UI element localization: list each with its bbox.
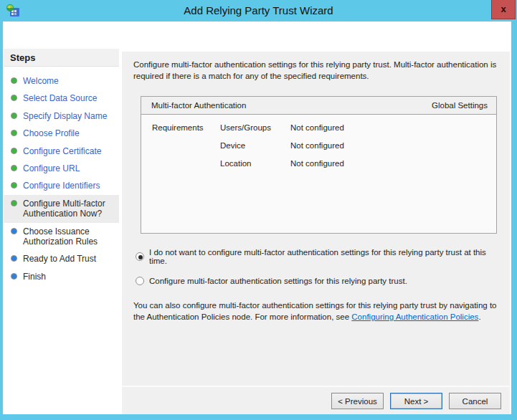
note-text: You can also configure multi-factor auth… — [133, 300, 500, 323]
row-group-label — [152, 141, 220, 150]
step-specify-display-name[interactable]: Specify Display Name — [4, 108, 119, 125]
steps-sidebar: Steps Welcome Select Data Source Specify… — [4, 49, 119, 414]
row-value: Not configured — [290, 141, 496, 150]
table-row: Location Not configured — [141, 159, 496, 168]
titlebar: Add Relying Party Trust Wizard x — [0, 0, 517, 22]
step-configure-url[interactable]: Configure URL — [4, 160, 119, 177]
step-configure-certificate[interactable]: Configure Certificate — [4, 143, 119, 160]
step-status-icon — [11, 200, 17, 206]
row-group-label — [152, 159, 220, 168]
wizard-window: Add Relying Party Trust Wizard x Steps W… — [0, 0, 517, 420]
table-row: Device Not configured — [141, 141, 496, 150]
step-status-icon — [11, 77, 17, 84]
step-configure-mfa-now[interactable]: Configure Multi-factor Authentication No… — [4, 195, 119, 223]
table-header-right: Global Settings — [432, 97, 488, 114]
table-row: Requirements Users/Groups Not configured — [141, 123, 496, 132]
radio-configure-mfa[interactable]: Configure multi-factor authentication se… — [136, 277, 503, 285]
cancel-button[interactable]: Cancel — [449, 393, 501, 409]
close-button[interactable]: x — [491, 0, 516, 19]
note-after-link: . — [478, 312, 480, 321]
step-ready-to-add-trust[interactable]: Ready to Add Trust — [4, 250, 119, 267]
step-status-icon — [11, 148, 17, 154]
row-name: Device — [220, 141, 290, 150]
step-status-icon — [11, 228, 17, 234]
step-status-icon — [11, 130, 17, 136]
row-name: Location — [220, 159, 290, 168]
wizard-step-panel: Configure multi-factor authentication se… — [122, 52, 510, 414]
step-status-icon — [11, 165, 17, 171]
step-choose-issuance-rules[interactable]: Choose Issuance Authorization Rules — [4, 223, 119, 251]
step-status-icon — [11, 95, 17, 101]
step-status-icon — [11, 182, 17, 188]
step-choose-profile[interactable]: Choose Profile — [4, 125, 119, 142]
steps-list: Welcome Select Data Source Specify Displ… — [4, 72, 119, 285]
step-select-data-source[interactable]: Select Data Source — [4, 90, 119, 107]
configuring-auth-policies-link[interactable]: Configuring Authentication Policies — [351, 312, 478, 321]
step-configure-identifiers[interactable]: Configure Identifiers — [4, 177, 119, 194]
row-value: Not configured — [290, 123, 496, 132]
radio-button-icon[interactable] — [136, 277, 144, 285]
radio-button-icon[interactable] — [136, 252, 144, 261]
step-welcome[interactable]: Welcome — [4, 72, 119, 90]
step-status-icon — [11, 113, 17, 119]
radio-skip-mfa[interactable]: I do not want to configure multi-factor … — [136, 248, 503, 265]
steps-header: Steps — [4, 49, 119, 67]
app-icon — [6, 4, 20, 18]
step-status-icon — [11, 255, 17, 262]
mfa-table-header: Multi-factor Authentication Global Setti… — [141, 97, 496, 115]
previous-button[interactable]: < Previous — [331, 393, 384, 409]
step-finish[interactable]: Finish — [4, 268, 119, 285]
radio-skip-mfa-label: I do not want to configure multi-factor … — [149, 248, 503, 265]
row-value: Not configured — [290, 159, 496, 168]
row-group-label: Requirements — [152, 123, 220, 132]
footer-button-bar: < Previous Next > Cancel — [122, 386, 510, 414]
dialog-body: Steps Welcome Select Data Source Specify… — [3, 22, 511, 414]
intro-text: Configure multi-factor authentication se… — [133, 59, 500, 82]
radio-configure-mfa-label: Configure multi-factor authentication se… — [149, 277, 407, 285]
row-name: Users/Groups — [220, 123, 290, 132]
mfa-table-body: Requirements Users/Groups Not configured… — [141, 123, 496, 168]
table-header-left: Multi-factor Authentication — [151, 97, 246, 114]
mfa-settings-table: Multi-factor Authentication Global Setti… — [141, 96, 497, 234]
window-title: Add Relying Party Trust Wizard — [0, 0, 517, 22]
next-button[interactable]: Next > — [390, 393, 442, 409]
step-status-icon — [11, 273, 17, 280]
